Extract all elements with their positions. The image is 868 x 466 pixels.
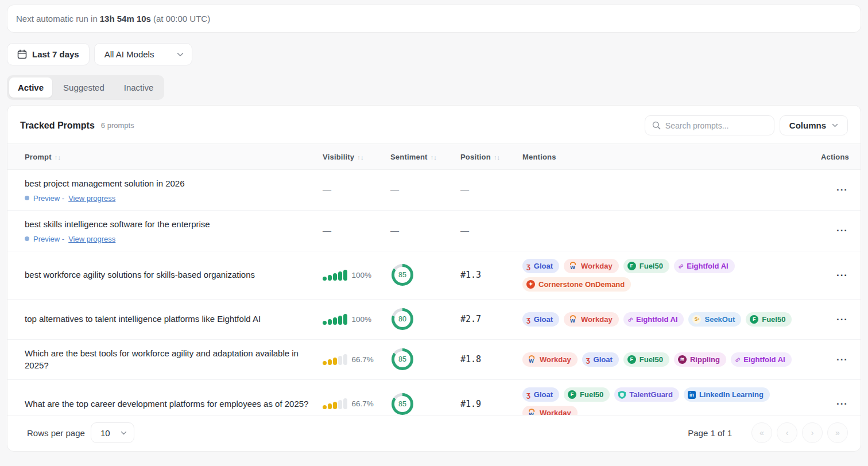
view-progress-link[interactable]: View progress — [68, 194, 115, 203]
mention-label: SeekOut — [704, 315, 735, 324]
mention-badge-workday[interactable]: wWorkday — [564, 312, 619, 327]
prompt-text: best skills intelligence software for th… — [25, 218, 313, 231]
page-indicator: Page 1 of 1 — [688, 428, 732, 438]
position-value: #1.8 — [460, 354, 481, 364]
search-input[interactable] — [665, 121, 767, 130]
workday-icon: w — [568, 315, 578, 324]
mention-badge-workday[interactable]: wWorkday — [564, 259, 619, 273]
prompt-cell: Which are the best tools for workforce a… — [25, 347, 323, 372]
mention-badge-gloat[interactable]: ʒGloat — [582, 352, 619, 367]
column-header-visibility[interactable]: Visibility↑↓ — [323, 153, 390, 161]
mention-label: Eightfold AI — [687, 262, 728, 270]
row-actions-button[interactable]: ··· — [835, 268, 849, 282]
preview-label: Preview - — [33, 235, 64, 243]
prompt-text: best project management solution in 2026 — [25, 177, 313, 190]
prompt-cell: What are the top career development plat… — [25, 398, 323, 410]
mention-label: Workday — [581, 262, 613, 270]
actions-cell: ··· — [817, 268, 849, 282]
seekout-icon: S› — [692, 315, 701, 324]
next-page-button[interactable]: › — [802, 422, 823, 443]
column-header-position[interactable]: Position↑↓ — [460, 153, 522, 161]
mentions-cell: ʒGloatFFuel50TalentGuardinLinkedIn Learn… — [522, 387, 817, 415]
mention-label: Gloat — [534, 315, 553, 324]
tab-inactive[interactable]: Inactive — [115, 77, 162, 98]
sentiment-cell: — — [390, 185, 460, 195]
mention-badge-linkedin[interactable]: inLinkedIn Learning — [684, 387, 770, 402]
empty-value: — — [390, 185, 399, 195]
column-header-mentions: Mentions — [522, 153, 817, 161]
mention-badge-fuel50[interactable]: FFuel50 — [746, 312, 792, 327]
mention-badge-eightfold[interactable]: ∞Eightfold AI — [731, 352, 792, 367]
mention-badge-gloat[interactable]: ʒGloat — [522, 387, 559, 402]
visibility-indicator: 66.7% — [323, 354, 390, 365]
visibility-percent: 100% — [352, 271, 372, 279]
mention-label: Fuel50 — [640, 262, 663, 270]
row-actions-button[interactable]: ··· — [835, 397, 849, 411]
eightfold-icon: ∞ — [627, 315, 633, 324]
visibility-cell: 100% — [323, 270, 390, 281]
signal-bars-icon — [323, 270, 347, 281]
mention-label: Gloat — [534, 262, 553, 270]
position-cell: — — [460, 226, 522, 236]
prev-page-button[interactable]: ‹ — [777, 422, 797, 443]
mention-label: Gloat — [594, 355, 613, 364]
chevron-down-icon — [121, 431, 127, 435]
workday-icon: w — [526, 355, 536, 364]
sentiment-cell: 85 — [390, 264, 460, 286]
mention-badge-fuel50[interactable]: FFuel50 — [623, 352, 669, 367]
table-row: best project management solution in 2026… — [7, 170, 861, 211]
mention-label: Fuel50 — [640, 355, 663, 364]
row-actions-button[interactable]: ··· — [835, 312, 849, 327]
search-box[interactable] — [645, 115, 774, 135]
preview-label: Preview - — [33, 194, 64, 203]
mention-badge-rippling[interactable]: ≋Rippling — [674, 352, 726, 367]
position-cell: #1.9 — [460, 399, 522, 409]
view-progress-link[interactable]: View progress — [68, 235, 115, 243]
prompt-text: top alternatives to talent intelligence … — [25, 313, 313, 325]
row-actions-button[interactable]: ··· — [835, 182, 849, 197]
next-run-countdown: 13h 54m 10s — [100, 14, 151, 24]
mention-badge-cornerstone[interactable]: ✦Cornerstone OnDemand — [522, 277, 631, 292]
visibility-indicator: 66.7% — [323, 398, 390, 409]
visibility-percent: 100% — [352, 315, 372, 324]
sentiment-cell: 80 — [390, 308, 460, 330]
columns-button[interactable]: Columns — [780, 115, 848, 135]
mention-badge-workday[interactable]: wWorkday — [522, 406, 578, 415]
last-page-button[interactable]: » — [827, 422, 848, 443]
mention-label: Workday — [540, 355, 571, 364]
row-actions-button[interactable]: ··· — [835, 223, 849, 238]
mention-badge-gloat[interactable]: ʒGloat — [522, 312, 559, 327]
mention-badge-seekout[interactable]: S›SeekOut — [688, 312, 741, 327]
visibility-cell: 100% — [323, 314, 390, 325]
next-run-suffix: (at 00:00 UTC) — [153, 14, 210, 24]
ai-models-select[interactable]: All AI Models — [94, 43, 193, 65]
row-actions-button[interactable]: ··· — [835, 352, 849, 367]
mention-badge-workday[interactable]: wWorkday — [522, 352, 578, 367]
tab-suggested[interactable]: Suggested — [55, 77, 113, 98]
filter-bar: Last 7 days All AI Models — [7, 43, 861, 65]
mention-badge-eightfold[interactable]: ∞Eightfold AI — [623, 312, 684, 327]
prompt-text: Which are the best tools for workforce a… — [25, 347, 313, 372]
mention-badge-eightfold[interactable]: ∞Eightfold AI — [674, 259, 735, 273]
sentiment-ring: 80 — [392, 308, 413, 330]
column-header-prompt[interactable]: Prompt↑↓ — [25, 153, 323, 161]
visibility-cell: — — [323, 226, 390, 236]
prompt-text: What are the top career development plat… — [25, 398, 313, 410]
prompt-cell: best skills intelligence software for th… — [25, 218, 323, 243]
position-cell: #1.8 — [460, 354, 522, 364]
mention-badge-fuel50[interactable]: FFuel50 — [564, 387, 610, 402]
first-page-button[interactable]: « — [751, 422, 772, 443]
column-header-sentiment[interactable]: Sentiment↑↓ — [390, 153, 460, 161]
position-cell: — — [460, 185, 522, 195]
mention-badge-talentguard[interactable]: TalentGuard — [614, 387, 679, 402]
table-row: Which are the best tools for workforce a… — [7, 340, 861, 380]
mention-badge-fuel50[interactable]: FFuel50 — [623, 259, 669, 273]
mentions-list: ʒGloatwWorkdayFFuel50∞Eightfold AI✦Corne… — [522, 259, 817, 292]
signal-bars-icon — [323, 314, 347, 325]
sentiment-ring: 85 — [392, 393, 413, 415]
cornerstone-icon: ✦ — [526, 280, 535, 289]
rows-per-page-select[interactable]: 10 — [91, 422, 134, 443]
mention-badge-gloat[interactable]: ʒGloat — [522, 259, 559, 273]
tab-active[interactable]: Active — [9, 77, 52, 98]
date-range-button[interactable]: Last 7 days — [7, 43, 90, 65]
